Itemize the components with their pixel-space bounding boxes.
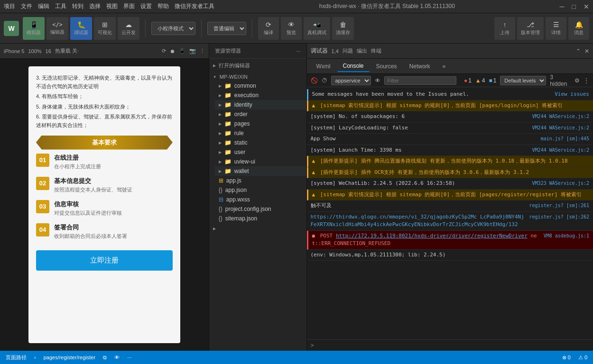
zoom-label: 100% [28,48,41,54]
titlebar: 项目 文件 编辑 工具 转到 选择 视图 界面 设置 帮助 微信开发者工具 hx… [0,0,593,13]
folder-common[interactable]: ▶ 📁 common [215,81,306,91]
message-button[interactable]: 🔔 消息 [568,17,589,40]
editor-button[interactable]: </> 编辑器 [46,17,68,40]
outline-header[interactable]: ▶ [209,225,306,232]
debug-close-icon[interactable]: ✕ [584,48,589,55]
mp-weixin-chevron: ▼ [213,75,217,79]
console-msg-2: [system] No. of subpackages: 6 VM244 WAS… [307,111,593,123]
record-icon[interactable]: ⏺ [170,48,175,54]
screenshot-icon[interactable]: 📷 [189,48,196,54]
debug-terminal-label: 终端 [371,47,381,55]
folder-rule[interactable]: ▶ 📁 rule [215,128,306,138]
compile-mode-select[interactable]: 普通编辑 [207,22,246,35]
preview-icon[interactable]: 👁 [114,355,120,360]
tab-console[interactable]: Console [337,61,370,72]
folder-execution[interactable]: ▶ 📁 execution [215,91,306,100]
console-input[interactable] [316,342,589,348]
menu-interface[interactable]: 界面 [123,2,135,10]
folder-identity[interactable]: ▶ 📁 identity [215,100,306,109]
console-msg-8-source[interactable]: VM323 WAService.js:2 [532,180,589,187]
console-msg-9: ▲ [sitemap 索引情况提示] 根据 sitemap 的规则[0]，当前页… [307,190,593,201]
folder-uview-ui[interactable]: ▶ 📁 uview-ui [215,157,306,166]
console-msg-12-source[interactable]: VM8 asdebug.js:1 [544,232,589,239]
simulator-button[interactable]: 📱 模拟器 [23,17,45,40]
debugger-button[interactable]: 🐛 调试器 [70,17,92,40]
eye-icon[interactable]: 👁 [375,77,380,84]
console-msg-2-source[interactable]: VM244 WAService.js:2 [532,113,589,120]
file-appwxss[interactable]: ⊟ app.wxss [215,195,306,204]
menu-project[interactable]: 项目 [4,2,15,10]
preserve-log-icon[interactable]: ⏱ [322,77,327,84]
folder-pages[interactable]: ▶ 📁 pages [215,119,306,128]
phone-content: 3. 无违法犯罪记录、无精神病史、无吸毒史，以及平台认为不适合代驾的其他历史证明… [28,66,180,278]
folder-wallet[interactable]: ▶ 📁 wallet [215,166,306,176]
more-icon[interactable]: ⋮ [584,77,589,84]
console-msg-5-source[interactable]: VM244 WAService.js:2 [532,146,589,154]
console-msg-4-source[interactable]: main.js? [sm]:445 [541,135,589,142]
levels-select[interactable]: Default levels [500,76,546,85]
tab-network[interactable]: Network [404,61,436,72]
folder-user[interactable]: ▶ 📁 user [215,147,306,157]
settings-icon[interactable]: ⚙ [574,77,580,84]
file-appjs[interactable]: ⊞ app.js [215,176,306,185]
step-3-content: 信息审核 对提交信息以及证件进行审核 [54,200,122,217]
preview-button[interactable]: 👁 预览 [281,17,302,40]
step-4-title: 签署合同 [54,223,127,232]
cloud-button[interactable]: ☁ 云开发 [118,17,139,40]
mp-weixin-header[interactable]: ▼ MP-WEIXIN [209,73,306,81]
menu-edit[interactable]: 编辑 [38,2,49,10]
realtest-button[interactable]: 📲 真机调试 [304,17,330,40]
minimize-button[interactable]: ─ [560,3,565,10]
visualize-button[interactable]: ⊞ 可视化 [94,17,116,40]
tab-sources[interactable]: Sources [371,61,403,72]
filter-input[interactable] [384,76,456,85]
hotreload-button[interactable]: 热重载 关· [55,47,79,55]
badge-blue: ■ 1 [489,77,496,84]
upload-button[interactable]: ↑ 上传 [494,17,515,40]
compile-button[interactable]: ⟳ 编译 [258,17,279,40]
console-msg-11-source[interactable]: register.js? [sm]:262 [529,213,589,220]
reload-icon[interactable]: ⟳ [162,48,166,54]
detail-button[interactable]: ☰ 详情 [546,17,566,40]
open-editors-header[interactable]: ▶ 打开的编辑器 [209,61,306,71]
version-button[interactable]: ⎇ 版本管理 [517,17,544,40]
menu-goto[interactable]: 转到 [72,2,83,10]
file-sitemap[interactable]: {} sitemap.json [215,214,306,223]
statusbar-more-icon[interactable]: ··· [127,355,131,360]
maximize-button[interactable]: □ [572,3,576,10]
debug-title: 调试器 [311,47,328,55]
folder-order-chevron: ▶ [219,112,222,117]
menu-devtools[interactable]: 微信开发者工具 [175,2,214,10]
menu-settings[interactable]: 设置 [140,2,152,10]
tab-more[interactable]: » [437,61,452,72]
console-msg-3-source[interactable]: VM244 WAService.js:2 [532,124,589,131]
menu-file[interactable]: 文件 [21,2,32,10]
error-url-link[interactable]: http://172.19.5.119:8021/hxds-driver/dri… [336,233,528,239]
register-button[interactable]: 立即注册 [36,250,173,271]
menu-view[interactable]: 视图 [106,2,118,10]
folder-order[interactable]: ▶ 📁 order [215,109,306,119]
sim-more-icon[interactable]: ⋮ [200,48,205,54]
clearcache-button[interactable]: 🗑 清缓存 [332,17,354,40]
appservice-select[interactable]: appservice [331,76,371,85]
view-issues-link[interactable]: View issues [555,91,589,99]
folder-uview-ui-label: uview-ui [234,158,255,165]
phone-icon[interactable]: 📱 [179,48,185,54]
mode-select[interactable]: 小程序模式 [151,22,195,35]
menu-help[interactable]: 帮助 [158,2,169,10]
file-appjson[interactable]: {} app.json [215,185,306,195]
clear-console-icon[interactable]: 🚫 [311,77,318,84]
copy-path-icon[interactable]: ⧉ [103,355,107,361]
menu-select[interactable]: 选择 [89,2,101,10]
file-projectconfig[interactable]: {} project.config.json [215,204,306,214]
close-button[interactable]: ✕ [584,3,589,10]
menu-tools[interactable]: 工具 [55,2,66,10]
visualize-label: 可视化 [98,29,112,36]
tab-wxml[interactable]: Wxml [311,61,336,72]
debug-expand-icon[interactable]: ⌃ [576,48,581,55]
filepanel-menu-icon[interactable]: ··· [296,48,300,54]
folder-static[interactable]: ▶ 📁 static [215,138,306,147]
tab-network-label: Network [409,63,430,70]
console-msg-10-source[interactable]: register.js? [sm]:261 [529,202,589,209]
folder-wallet-label: wallet [234,168,249,174]
